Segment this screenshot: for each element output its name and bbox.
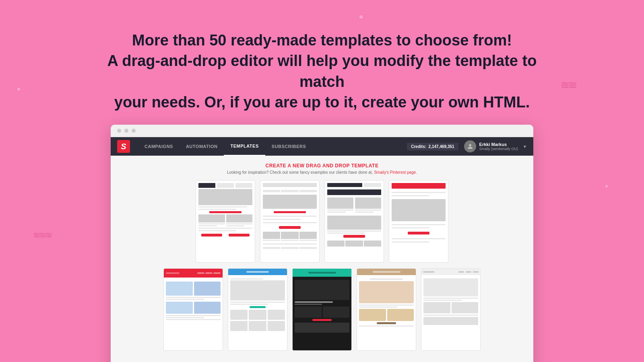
browser-dot-3 bbox=[132, 129, 136, 133]
user-info: Erkki Markus Smaily (sendsmaily OU) bbox=[479, 142, 518, 151]
browser-chrome bbox=[111, 125, 533, 137]
template-preview-1 bbox=[196, 181, 255, 262]
template-preview-3 bbox=[325, 181, 384, 262]
template-card-8[interactable] bbox=[357, 268, 416, 351]
browser-dot-1 bbox=[117, 129, 121, 133]
create-template-subtitle: Looking for inspiration? Check out some … bbox=[111, 170, 533, 175]
template-preview-2 bbox=[260, 181, 319, 262]
pinterest-link[interactable]: Smaily's Pinterest page. bbox=[374, 170, 417, 175]
nav-item-templates[interactable]: TEMPLATES bbox=[224, 137, 265, 156]
create-header: CREATE A NEW DRAG AND DROP TEMPLATE Look… bbox=[111, 156, 533, 180]
nav-items: CAMPAIGNS AUTOMATION TEMPLATES SUBSCRIBE… bbox=[138, 137, 407, 156]
nav-item-automation[interactable]: AUTOMATION bbox=[180, 137, 224, 156]
browser-window: S CAMPAIGNS AUTOMATION TEMPLATES SUBSCRI… bbox=[111, 125, 533, 362]
user-avatar bbox=[464, 140, 476, 152]
decoration-dot-left bbox=[17, 88, 20, 90]
nav-item-campaigns[interactable]: CAMPAIGNS bbox=[138, 137, 180, 156]
browser-dot-2 bbox=[124, 129, 128, 133]
user-icon bbox=[466, 143, 474, 150]
credits-badge: Credits: 2,147,469,351 bbox=[407, 143, 458, 150]
user-dropdown-arrow[interactable]: ▼ bbox=[523, 144, 527, 149]
create-template-title: CREATE A NEW DRAG AND DROP TEMPLATE bbox=[111, 163, 533, 169]
app-logo: S bbox=[117, 140, 130, 153]
user-area[interactable]: Erkki Markus Smaily (sendsmaily OU) ▼ bbox=[464, 140, 527, 152]
template-card-6[interactable] bbox=[228, 268, 287, 351]
squiggle-bottom-left: ≋≋≋ bbox=[33, 230, 51, 241]
app-nav: S CAMPAIGNS AUTOMATION TEMPLATES SUBSCRI… bbox=[111, 137, 533, 156]
svg-point-0 bbox=[469, 144, 471, 146]
hero-heading: More than 50 ready-made templates to cho… bbox=[101, 30, 543, 113]
template-card-5[interactable] bbox=[163, 268, 223, 351]
template-card-2[interactable] bbox=[260, 180, 320, 263]
app-content: CREATE A NEW DRAG AND DROP TEMPLATE Look… bbox=[111, 156, 533, 362]
template-card-3[interactable] bbox=[324, 180, 384, 263]
template-card-7[interactable] bbox=[292, 268, 352, 351]
templates-row-1 bbox=[111, 180, 533, 268]
templates-row-2 bbox=[111, 268, 533, 356]
template-card-4[interactable] bbox=[389, 180, 448, 263]
template-card-9[interactable] bbox=[421, 268, 481, 351]
nav-item-subscribers[interactable]: SUBSCRIBERS bbox=[265, 137, 313, 156]
template-preview-4 bbox=[389, 181, 448, 262]
squiggle-top-right: ≋≋ bbox=[560, 78, 576, 92]
hero-section: More than 50 ready-made templates to cho… bbox=[0, 0, 644, 125]
decoration-dot-top bbox=[359, 15, 363, 19]
decoration-dot-right bbox=[605, 185, 608, 187]
nav-right: Credits: 2,147,469,351 Erkki Markus Smai… bbox=[407, 140, 527, 152]
template-card-1[interactable] bbox=[196, 180, 255, 263]
